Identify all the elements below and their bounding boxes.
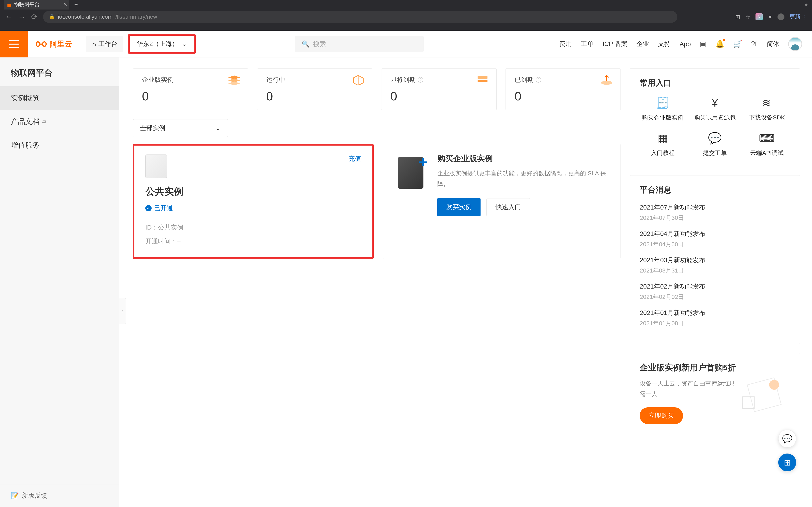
help-icon[interactable]: ? bbox=[536, 77, 541, 82]
extensions-menu-icon[interactable]: ✦ bbox=[768, 13, 772, 20]
nav-icp[interactable]: ICP 备案 bbox=[603, 40, 627, 48]
quickstart-button[interactable]: 快速入门 bbox=[487, 198, 530, 216]
nav-fee[interactable]: 费用 bbox=[559, 40, 572, 48]
receipt-icon: 🧾 bbox=[656, 96, 670, 109]
stat-enterprise[interactable]: 企业版实例 0 bbox=[133, 68, 248, 110]
svg-rect-1 bbox=[43, 42, 46, 46]
stat-expired[interactable]: 已到期? 0 bbox=[506, 68, 621, 110]
chevron-down-icon: ⌄ bbox=[182, 40, 187, 48]
sidebar-item-overview[interactable]: 实例概览 bbox=[0, 87, 119, 110]
region-label: 华东2（上海） bbox=[137, 40, 178, 48]
stats-row: 企业版实例 0 运行中 0 即将到期? 0 已 bbox=[133, 68, 621, 110]
back-button[interactable]: ← bbox=[5, 13, 12, 21]
lang-selector[interactable]: 简体 bbox=[767, 40, 779, 48]
svg-rect-8 bbox=[743, 397, 754, 408]
stat-running[interactable]: 运行中 0 bbox=[257, 68, 372, 110]
tab-bar: ◼ 物联网平台 ✕ + ● bbox=[0, 0, 812, 9]
news-item[interactable]: 2021年01月新功能发布2021年01月08日 bbox=[640, 308, 790, 327]
browser-tab[interactable]: ◼ 物联网平台 ✕ bbox=[4, 0, 69, 9]
sidebar-item-docs[interactable]: 产品文档⧉ bbox=[0, 110, 119, 133]
nav-order[interactable]: 工单 bbox=[581, 40, 594, 48]
news-item[interactable]: 2021年04月新功能发布2021年04月30日 bbox=[640, 230, 790, 248]
panel-title: 平台消息 bbox=[640, 184, 790, 195]
panel-title: 常用入口 bbox=[640, 77, 790, 88]
chat-float-button[interactable]: 💬 bbox=[778, 430, 796, 448]
instance-title: 公共实例 bbox=[145, 185, 361, 198]
address-bar: ← → ⟳ 🔒 iot.console.aliyun.com/lk/summar… bbox=[0, 9, 812, 25]
sidebar-collapse-handle[interactable]: ‹ bbox=[119, 298, 126, 324]
quick-links-panel: 常用入口 🧾购买企业版实例 ¥购买试用资源包 ≋下载设备SDK ▦入门教程 💬提… bbox=[629, 68, 800, 166]
svg-point-7 bbox=[769, 380, 779, 390]
news-item[interactable]: 2021年02月新功能发布2021年02月02日 bbox=[640, 282, 790, 301]
help-icon[interactable]: ? bbox=[418, 77, 423, 82]
news-item[interactable]: 2021年03月新功能发布2021年03月31日 bbox=[640, 256, 790, 275]
minimize-icon[interactable]: ● bbox=[805, 1, 808, 8]
tab-close-icon[interactable]: ✕ bbox=[63, 1, 67, 7]
promo-banner: 企业版实例新用户首购5折 设备一天上云，资产自由掌控运维只需一人 立即购买 bbox=[629, 353, 800, 433]
qr-icon[interactable]: ⊞ bbox=[735, 13, 740, 20]
chat-icon: 💬 bbox=[708, 132, 722, 145]
nav-support[interactable]: 支持 bbox=[658, 40, 671, 48]
nav-enterprise[interactable]: 企业 bbox=[637, 40, 649, 48]
recharge-link[interactable]: 充值 bbox=[349, 155, 361, 163]
tab-title: 物联网平台 bbox=[14, 1, 40, 8]
nav-app[interactable]: App bbox=[679, 40, 691, 48]
forward-button[interactable]: → bbox=[18, 13, 26, 21]
chevron-down-icon: ⌄ bbox=[215, 124, 221, 132]
url-path: /lk/summary/new bbox=[115, 14, 157, 20]
app-body: 物联网平台 实例概览 产品文档⧉ 增值服务 📝 新版反馈 ‹ 企业版实例 0 运… bbox=[0, 31, 812, 507]
server-icon bbox=[145, 155, 167, 178]
promo-title: 购买企业版实例 bbox=[437, 153, 610, 164]
logo-text: 阿里云 bbox=[50, 39, 72, 49]
workspace-button[interactable]: ⌂ 工作台 bbox=[86, 36, 123, 52]
cloudshell-icon[interactable]: ▣ bbox=[700, 40, 707, 48]
yuan-icon: ¥ bbox=[712, 96, 718, 109]
board-icon: ▦ bbox=[658, 132, 668, 145]
bookmark-icon[interactable]: ☆ bbox=[745, 13, 751, 20]
help-icon[interactable]: ?⃝ bbox=[751, 40, 758, 48]
quick-buy-trial[interactable]: ¥购买试用资源包 bbox=[692, 96, 738, 122]
aliyun-logo-icon bbox=[36, 40, 47, 49]
url-input[interactable]: 🔒 iot.console.aliyun.com/lk/summary/new bbox=[43, 11, 677, 23]
quick-submit-ticket[interactable]: 💬提交工单 bbox=[692, 132, 738, 157]
svg-rect-4 bbox=[477, 79, 488, 82]
extension-icon[interactable]: N bbox=[756, 13, 763, 20]
home-icon: ⌂ bbox=[92, 40, 96, 48]
notification-bell-icon[interactable]: 🔔 bbox=[715, 40, 724, 48]
public-instance-card[interactable]: 充值 公共实例 ✓ 已开通 ID：公共实例 开通时间：– bbox=[133, 144, 374, 259]
profile-avatar-icon[interactable] bbox=[777, 13, 784, 20]
quick-download-sdk[interactable]: ≋下载设备SDK bbox=[744, 96, 790, 122]
top-nav: 费用 工单 ICP 备案 企业 支持 App ▣ 🔔 🛒 ?⃝ 简体 bbox=[559, 37, 812, 51]
buy-instance-button[interactable]: 购买实例 bbox=[437, 198, 480, 216]
buy-now-button[interactable]: 立即购买 bbox=[640, 407, 683, 424]
search-box[interactable]: 🔍 bbox=[295, 36, 424, 52]
external-link-icon: ⧉ bbox=[42, 118, 46, 125]
stat-expiring[interactable]: 即将到期? 0 bbox=[381, 68, 497, 110]
tab-favicon-icon: ◼ bbox=[7, 2, 12, 7]
quick-buy-enterprise[interactable]: 🧾购买企业版实例 bbox=[640, 96, 686, 122]
cart-icon[interactable]: 🛒 bbox=[733, 40, 742, 48]
aliyun-logo[interactable]: 阿里云 bbox=[28, 39, 80, 49]
apps-float-button[interactable]: ⊞ bbox=[778, 454, 796, 471]
search-input[interactable] bbox=[313, 40, 417, 48]
main-content: ‹ 企业版实例 0 运行中 0 即将到期? 0 bbox=[119, 31, 812, 507]
news-item[interactable]: 2021年07月新功能发布2021年07月30日 bbox=[640, 203, 790, 222]
enterprise-promo-card: + 购买企业版实例 企业版实例提供更丰富的功能，更好的数据隔离，更高的 SLA … bbox=[383, 144, 621, 259]
reload-button[interactable]: ⟳ bbox=[31, 12, 38, 21]
sidebar: 物联网平台 实例概览 产品文档⧉ 增值服务 📝 新版反馈 bbox=[0, 31, 119, 507]
region-selector[interactable]: 华东2（上海） ⌄ bbox=[128, 34, 196, 54]
sidebar-feedback[interactable]: 📝 新版反馈 bbox=[0, 484, 119, 507]
browser-update-button[interactable]: 更新 ⋮ bbox=[790, 13, 807, 20]
console-topbar: 阿里云 ⌂ 工作台 华东2（上海） ⌄ 🔍 费用 工单 ICP 备案 企业 支持… bbox=[0, 31, 812, 57]
code-icon: ⌨ bbox=[759, 132, 775, 145]
workspace-label: 工作台 bbox=[98, 40, 117, 48]
user-avatar[interactable] bbox=[788, 37, 802, 51]
sidebar-item-vas[interactable]: 增值服务 bbox=[0, 133, 119, 157]
new-tab-button[interactable]: + bbox=[74, 1, 78, 8]
quick-tutorial[interactable]: ▦入门教程 bbox=[640, 132, 686, 157]
quick-api-debug[interactable]: ⌨云端API调试 bbox=[744, 132, 790, 157]
instance-filter-select[interactable]: 全部实例 ⌄ bbox=[133, 119, 228, 137]
layers-icon: ≋ bbox=[762, 96, 771, 109]
menu-toggle-button[interactable] bbox=[0, 31, 28, 57]
news-panel: 平台消息 2021年07月新功能发布2021年07月30日 2021年04月新功… bbox=[629, 175, 800, 344]
